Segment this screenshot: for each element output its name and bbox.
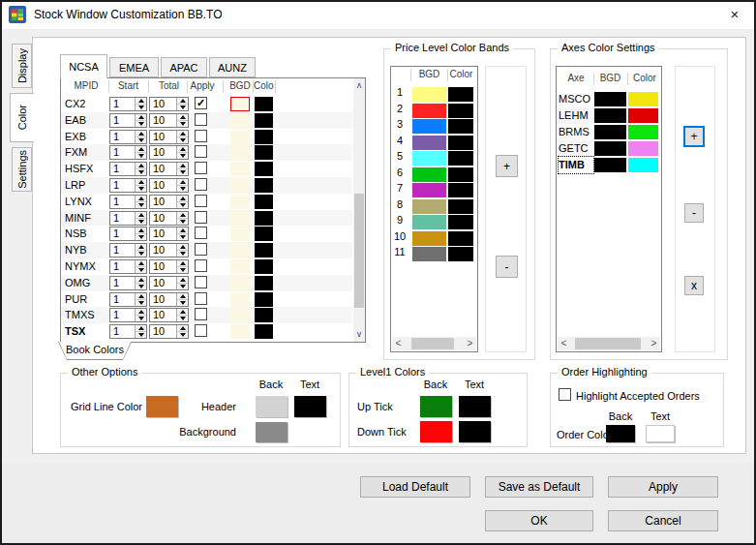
axes-table-scrollbar[interactable]: < > bbox=[558, 337, 660, 350]
spinner-value[interactable]: 10 bbox=[153, 309, 165, 321]
grid-line-color-swatch[interactable] bbox=[146, 396, 178, 417]
spinner-buttons[interactable] bbox=[176, 227, 188, 240]
spinner-value[interactable]: 10 bbox=[153, 277, 165, 289]
spinner-value[interactable]: 10 bbox=[153, 260, 165, 273]
spinner-buttons[interactable] bbox=[135, 293, 146, 306]
total-spinner[interactable]: 10 bbox=[149, 324, 189, 339]
spin-down-button[interactable] bbox=[136, 185, 146, 192]
apply-checkbox[interactable] bbox=[195, 259, 207, 272]
spinner-value[interactable]: 1 bbox=[113, 244, 119, 257]
total-spinner[interactable]: 10 bbox=[149, 162, 189, 176]
apply-button[interactable]: Apply bbox=[608, 476, 718, 498]
spinner-buttons[interactable] bbox=[135, 98, 146, 110]
axe-color-swatch[interactable] bbox=[628, 92, 658, 106]
color-swatch[interactable] bbox=[255, 308, 273, 322]
price-bands-scrollbar[interactable]: < > bbox=[392, 337, 476, 350]
spinner-buttons[interactable] bbox=[176, 131, 188, 143]
spin-down-button[interactable] bbox=[177, 152, 188, 159]
scroll-left-icon[interactable]: < bbox=[392, 337, 405, 350]
total-spinner[interactable]: 10 bbox=[149, 211, 189, 226]
spinner-value[interactable]: 1 bbox=[113, 260, 119, 273]
spinner-buttons[interactable] bbox=[176, 98, 188, 110]
spinner-buttons[interactable] bbox=[135, 244, 146, 257]
spin-down-button[interactable] bbox=[136, 120, 146, 127]
color-swatch[interactable] bbox=[255, 130, 273, 144]
spinner-buttons[interactable] bbox=[176, 260, 188, 273]
tab-aunz[interactable]: AUNZ bbox=[209, 57, 256, 77]
tab-apac[interactable]: APAC bbox=[161, 57, 207, 77]
total-spinner[interactable]: 10 bbox=[149, 178, 189, 193]
remove-band-button[interactable]: - bbox=[496, 256, 518, 278]
spinner-buttons[interactable] bbox=[135, 196, 146, 208]
spinner-value[interactable]: 1 bbox=[113, 309, 119, 321]
spinner-buttons[interactable] bbox=[176, 212, 188, 225]
total-spinner[interactable]: 10 bbox=[149, 259, 189, 274]
bgd-swatch[interactable] bbox=[230, 97, 250, 111]
spinner-buttons[interactable] bbox=[176, 325, 188, 338]
scroll-up-icon[interactable]: ∧ bbox=[353, 78, 365, 93]
bgd-swatch[interactable] bbox=[230, 195, 250, 209]
spin-down-button[interactable] bbox=[177, 331, 188, 338]
spin-down-button[interactable] bbox=[177, 168, 188, 175]
axe-color-swatch[interactable] bbox=[628, 158, 658, 172]
spinner-buttons[interactable] bbox=[176, 163, 188, 175]
color-swatch[interactable] bbox=[255, 145, 273, 160]
delete-axe-button[interactable]: x bbox=[684, 276, 704, 295]
background-swatch[interactable] bbox=[256, 422, 287, 442]
color-swatch[interactable] bbox=[255, 324, 273, 339]
spinner-value[interactable]: 10 bbox=[153, 325, 165, 338]
spinner-value[interactable]: 10 bbox=[153, 179, 165, 192]
total-spinner[interactable]: 10 bbox=[149, 308, 189, 322]
axe-bgd-swatch[interactable] bbox=[594, 108, 626, 123]
header-text-swatch[interactable] bbox=[294, 396, 326, 417]
order-color-back-swatch[interactable] bbox=[606, 425, 635, 442]
start-spinner[interactable]: 1 bbox=[109, 97, 147, 111]
spin-down-button[interactable] bbox=[177, 266, 188, 273]
spinner-buttons[interactable] bbox=[176, 277, 188, 289]
band-color-swatch[interactable] bbox=[448, 104, 473, 118]
scroll-down-icon[interactable]: ∨ bbox=[353, 327, 365, 342]
bgd-swatch[interactable] bbox=[230, 276, 250, 290]
spin-down-button[interactable] bbox=[136, 315, 146, 321]
spin-down-button[interactable] bbox=[136, 104, 146, 110]
color-swatch[interactable] bbox=[255, 292, 273, 307]
bgd-swatch[interactable] bbox=[230, 162, 250, 176]
bgd-swatch[interactable] bbox=[230, 130, 250, 144]
start-spinner[interactable]: 1 bbox=[109, 211, 147, 226]
axe-bgd-swatch[interactable] bbox=[594, 141, 626, 156]
band-bgd-swatch[interactable] bbox=[412, 247, 446, 261]
bgd-swatch[interactable] bbox=[230, 211, 250, 226]
start-spinner[interactable]: 1 bbox=[109, 243, 147, 257]
apply-checkbox[interactable] bbox=[195, 227, 207, 239]
spinner-buttons[interactable] bbox=[135, 179, 146, 192]
ok-button[interactable]: OK bbox=[485, 510, 593, 531]
spin-down-button[interactable] bbox=[136, 283, 146, 289]
spinner-buttons[interactable] bbox=[176, 179, 188, 192]
spinner-value[interactable]: 10 bbox=[153, 163, 165, 175]
band-color-swatch[interactable] bbox=[448, 247, 473, 261]
tab-settings[interactable]: Settings bbox=[12, 147, 32, 192]
bgd-swatch[interactable] bbox=[230, 243, 250, 257]
color-swatch[interactable] bbox=[255, 259, 273, 274]
spinner-buttons[interactable] bbox=[135, 163, 146, 175]
band-bgd-swatch[interactable] bbox=[412, 215, 446, 229]
band-color-swatch[interactable] bbox=[448, 87, 473, 102]
spinner-value[interactable]: 10 bbox=[153, 98, 165, 110]
apply-checkbox[interactable] bbox=[195, 113, 207, 126]
start-spinner[interactable]: 1 bbox=[109, 259, 147, 274]
scrollbar-thumb[interactable] bbox=[354, 194, 364, 308]
color-swatch[interactable] bbox=[255, 113, 273, 128]
spin-down-button[interactable] bbox=[177, 283, 188, 289]
scroll-right-icon[interactable]: > bbox=[464, 337, 476, 350]
start-spinner[interactable]: 1 bbox=[109, 178, 147, 193]
tab-book-colors[interactable]: Book Colors bbox=[58, 342, 132, 360]
add-axe-button[interactable]: + bbox=[683, 126, 705, 147]
band-color-swatch[interactable] bbox=[448, 199, 473, 214]
apply-checkbox[interactable] bbox=[195, 324, 207, 337]
spinner-buttons[interactable] bbox=[176, 244, 188, 257]
apply-checkbox[interactable] bbox=[195, 195, 207, 207]
start-spinner[interactable]: 1 bbox=[109, 162, 147, 176]
color-swatch[interactable] bbox=[255, 97, 273, 111]
apply-checkbox[interactable]: ✓ bbox=[195, 97, 207, 109]
scrollbar-thumb[interactable] bbox=[411, 338, 454, 349]
